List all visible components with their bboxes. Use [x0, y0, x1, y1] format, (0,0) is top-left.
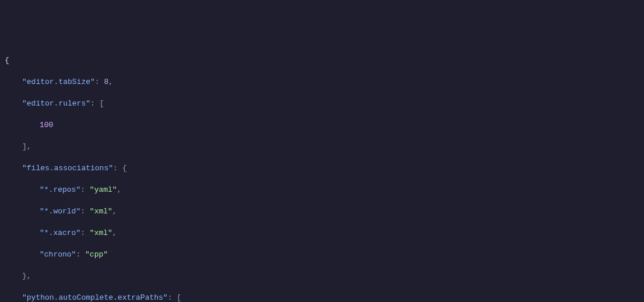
json-string: "xml" — [90, 229, 112, 237]
json-key: "chrono" — [40, 250, 76, 259]
code-editor[interactable]: { "editor.tabSize": 8, "editor.rulers": … — [0, 43, 644, 302]
json-key: "*.world" — [40, 207, 80, 216]
json-key: "python.autoComplete.extraPaths" — [22, 293, 168, 302]
json-key: "editor.tabSize" — [22, 78, 95, 86]
json-key: "editor.rulers" — [22, 99, 90, 108]
json-key: "files.associations" — [22, 164, 113, 173]
json-key: "*.repos" — [40, 185, 80, 194]
json-string: "cpp" — [85, 250, 108, 259]
json-string: "xml" — [90, 207, 112, 216]
json-key: "*.xacro" — [40, 229, 80, 237]
json-string: "yaml" — [90, 185, 117, 194]
json-number: 100 — [40, 121, 53, 129]
json-open-brace: { — [5, 56, 9, 65]
